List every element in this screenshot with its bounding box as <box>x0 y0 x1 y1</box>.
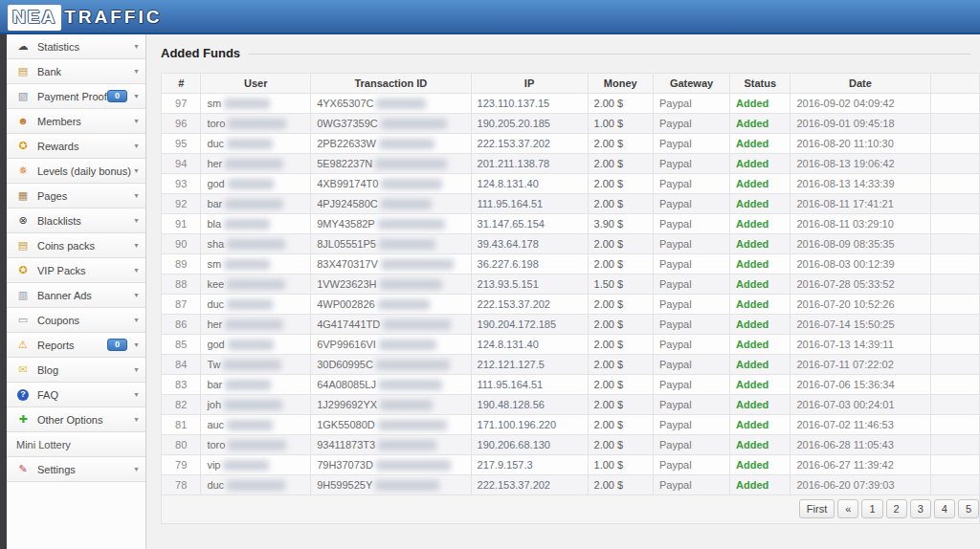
blurred-transaction-id <box>381 259 454 270</box>
cell-user: kee <box>201 274 311 295</box>
sidebar-item-label: Settings <box>37 464 133 475</box>
cell-num: 88 <box>162 274 201 295</box>
pagination-prev-button[interactable]: « <box>837 499 858 518</box>
cell-ip: 124.8.131.40 <box>471 335 588 355</box>
sidebar-item-mini-lottery[interactable]: Mini Lottery <box>7 432 145 457</box>
pagination-page-2[interactable]: 2 <box>886 499 907 518</box>
sidebar-item-banner-ads[interactable]: ▥Banner Ads▼ <box>7 283 145 308</box>
cell-num: 96 <box>162 114 201 134</box>
cell-gateway: Paypal <box>653 335 729 355</box>
sidebar-item-vip-packs[interactable]: ✪VIP Packs▼ <box>7 258 145 283</box>
pagination-first-button[interactable]: First <box>799 499 835 518</box>
txn-prefix: 9H599525Y <box>317 479 372 491</box>
sidebar-item-label: Pages <box>37 190 133 202</box>
sidebar-item-other-options[interactable]: ✚Other Options▼ <box>7 407 145 432</box>
sidebar-item-pages[interactable]: ▦Pages▼ <box>7 184 145 209</box>
cell-status: Added <box>730 154 791 174</box>
cell-status: Added <box>730 475 791 495</box>
cell-extra <box>930 94 979 114</box>
cell-extra <box>930 214 979 234</box>
cell-money: 2.00 $ <box>588 355 653 375</box>
cell-user: god <box>201 335 311 355</box>
table-row: 93god4XB99174T0124.8.131.402.00 $PaypalA… <box>162 174 980 194</box>
pagination-page-5[interactable]: 5 <box>958 499 979 518</box>
sidebar-item-levels[interactable]: ✵Levels (daily bonus)▼ <box>7 159 145 184</box>
page-title-row: Added Funds <box>161 46 970 60</box>
sidebar-item-label: Reports <box>37 340 107 351</box>
cell-ip: 222.153.37.202 <box>471 134 588 154</box>
sidebar-item-blacklists[interactable]: ⊗Blacklists▼ <box>7 209 145 233</box>
cell-ip: 111.95.164.51 <box>471 375 588 395</box>
table-row: 82joh1J299692YX190.48.128.562.00 $Paypal… <box>162 395 980 415</box>
sidebar-nav: ☁Statistics▼▤Bank▼▧Payment Proofs0▼☻Memb… <box>7 34 146 549</box>
cell-user: her <box>201 154 311 174</box>
sidebar-item-members[interactable]: ☻Members▼ <box>7 109 145 134</box>
cell-user: sha <box>201 234 311 254</box>
txn-prefix: 4YX65307C <box>317 98 373 109</box>
sidebar-item-rewards[interactable]: ✪Rewards▼ <box>7 134 145 159</box>
cell-gateway: Paypal <box>653 234 729 254</box>
banner-ads-icon: ▥ <box>15 290 31 300</box>
cell-status: Added <box>730 174 791 194</box>
user-prefix: bar <box>207 198 222 209</box>
table-row: 94her5E982237N201.211.138.782.00 $Paypal… <box>162 154 980 174</box>
cell-extra <box>930 234 979 254</box>
sidebar-item-faq[interactable]: ?FAQ▼ <box>7 383 145 407</box>
sidebar-item-settings[interactable]: ✎Settings▼ <box>7 457 145 482</box>
column-header-extra <box>930 74 979 94</box>
cell-status: Added <box>730 194 791 214</box>
column-header-status: Status <box>730 74 791 94</box>
cell-gateway: Paypal <box>653 475 729 495</box>
user-prefix: bar <box>207 379 222 390</box>
cell-gateway: Paypal <box>653 114 729 134</box>
sidebar-item-coupons[interactable]: ▭Coupons▼ <box>7 308 145 333</box>
chevron-down-icon: ▼ <box>133 242 140 249</box>
cell-extra <box>930 315 979 335</box>
blurred-username <box>227 299 273 310</box>
cell-user: bla <box>201 214 311 234</box>
logo-traffic: TRAFFIC <box>64 7 162 28</box>
cell-transaction-id: 4G417441TD <box>311 315 471 335</box>
blurred-transaction-id <box>378 420 447 430</box>
cell-status: Added <box>730 234 791 254</box>
chevron-down-icon: ▼ <box>133 341 140 348</box>
chevron-down-icon: ▼ <box>133 143 140 149</box>
sidebar-item-coins-packs[interactable]: ▤Coins packs▼ <box>7 233 145 258</box>
cell-user: sm <box>201 94 311 114</box>
cell-money: 2.00 $ <box>588 94 653 114</box>
blurred-transaction-id <box>376 460 451 471</box>
pagination-page-3[interactable]: 3 <box>910 499 931 518</box>
sidebar-item-label: Blacklists <box>37 215 133 227</box>
sidebar-item-bank[interactable]: ▤Bank▼ <box>7 59 145 84</box>
sidebar-item-blog[interactable]: ✉Blog▼ <box>7 358 145 383</box>
sidebar-item-payment-proofs[interactable]: ▧Payment Proofs0▼ <box>7 84 145 109</box>
cell-transaction-id: 8JL05551P5 <box>311 234 471 254</box>
cell-transaction-id: 1J299692YX <box>311 395 471 415</box>
cell-extra <box>930 254 979 274</box>
sidebar-item-statistics[interactable]: ☁Statistics▼ <box>7 34 145 59</box>
cell-transaction-id: 79H37073D <box>311 455 471 475</box>
stats-icon: ☁ <box>15 41 31 52</box>
sidebar-item-reports[interactable]: ⚠Reports0▼ <box>7 333 145 358</box>
cell-status: Added <box>730 415 791 435</box>
cell-gateway: Paypal <box>653 194 729 214</box>
blacklist-icon: ⊗ <box>15 215 31 226</box>
cell-date: 2016-08-09 08:35:35 <box>791 234 930 254</box>
pagination-page-4[interactable]: 4 <box>934 499 955 518</box>
column-header-gateway: Gateway <box>653 74 729 94</box>
user-prefix: god <box>207 339 224 350</box>
cell-status: Added <box>730 114 791 134</box>
cell-gateway: Paypal <box>653 435 729 455</box>
pagination-page-1[interactable]: 1 <box>861 499 882 518</box>
coins-pack-icon: ▤ <box>15 240 31 251</box>
cell-money: 2.00 $ <box>588 174 653 194</box>
cell-status: Added <box>730 214 791 234</box>
table-row: 78duc9H599525Y222.153.37.2022.00 $Paypal… <box>162 475 980 495</box>
table-row: 79vip79H37073D217.9.157.31.00 $PaypalAdd… <box>162 455 980 475</box>
blog-bubble-icon: ✉ <box>15 364 31 375</box>
user-prefix: duc <box>207 138 224 149</box>
table-header-row: #UserTransaction IDIPMoneyGatewayStatusD… <box>162 74 980 94</box>
table-row: 87duc4WP002826222.153.37.2022.00 $Paypal… <box>162 295 980 315</box>
cell-date: 2016-08-03 00:12:39 <box>791 254 930 274</box>
sidebar-item-label: Statistics <box>37 41 133 53</box>
